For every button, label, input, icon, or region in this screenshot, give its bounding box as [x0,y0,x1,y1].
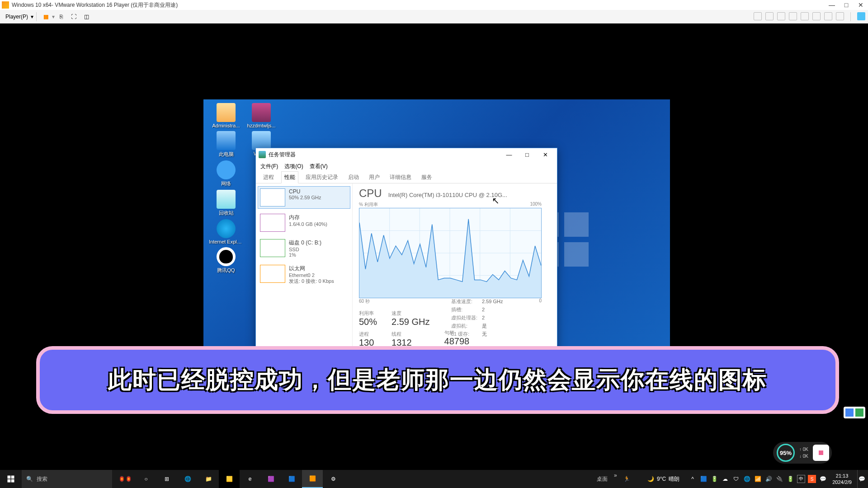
tray-volume-icon[interactable]: 🔊 [764,475,773,483]
show-desktop-link[interactable]: 桌面 [597,475,608,483]
tab-启动[interactable]: 启动 [345,172,362,183]
record-icon [819,450,823,455]
taskbar-edge-icon[interactable]: 🌐 [177,470,198,488]
taskmgr-title: 任务管理器 [269,151,296,159]
chevron-up-icon[interactable]: » [614,472,617,479]
winfile-icon [252,131,271,150]
svg-rect-10 [8,479,11,483]
desktop-icon[interactable]: 腾讯QQ [209,247,243,274]
stat-key: 插槽: [451,305,478,314]
task-manager-window[interactable]: 任务管理器 — □ ✕ 文件(F)选项(O)查看(V) 进程性能应用历史记录启动… [255,148,557,370]
player-menu[interactable]: Player(P) [3,13,31,21]
guest-desktop[interactable]: Administra...此电脑网络回收站Internet Explorer腾讯… [203,99,670,370]
desktop-icon[interactable]: 此电脑 [209,131,243,158]
tab-进程[interactable]: 进程 [260,172,277,183]
maximize-button[interactable]: □ [839,0,854,10]
device-icon[interactable] [801,12,809,20]
taskbar-app-icon[interactable]: 🟪 [260,470,281,488]
sidebar-item-cpu[interactable]: CPU50% 2.59 GHz [258,186,350,209]
tray-defender-icon[interactable]: 🛡 [732,475,740,483]
start-button[interactable] [0,470,22,488]
tab-性能[interactable]: 性能 [281,171,298,183]
tray-onedrive-icon[interactable]: ☁ [721,475,729,483]
minimize-button[interactable]: — [825,0,839,10]
desktop-icon[interactable]: Administra... [209,103,243,128]
tray-icon[interactable]: 🟦 [699,475,708,483]
tab-详细信息[interactable]: 详细信息 [387,172,414,183]
tray-wifi-icon[interactable]: 📶 [754,475,762,483]
taskmgr-maximize-button[interactable]: □ [518,148,536,161]
vmware-title: Windows 10 x64- VMware Workstation 16 Pl… [12,1,178,9]
stat-key: L1 缓存: [451,330,478,338]
tray-network-icon[interactable]: 🌐 [743,475,751,483]
cpu-right-stats: 基准速度:2.59 GHz插槽:2虚拟处理器:2虚拟机:是L1 缓存:无 [451,297,503,338]
taskmgr-minimize-button[interactable]: — [500,148,518,161]
menu-item[interactable]: 查看(V) [310,163,328,170]
device-icon[interactable] [824,12,832,20]
pause-button[interactable]: ▮▮ [41,12,51,22]
device-icon[interactable] [812,12,821,20]
device-icon[interactable] [754,12,762,20]
taskmgr-titlebar[interactable]: 任务管理器 — □ ✕ [256,148,557,161]
search-box[interactable]: 🔍 搜索 [22,470,112,488]
taskbar-app-icon[interactable]: 🟨 [219,470,240,488]
taskbar-app-icon[interactable]: ⚙ [323,470,344,488]
unity-button[interactable]: ◫ [81,12,91,22]
float-btn-2[interactable] [855,408,863,417]
sidebar-item-sub: 1.6/4.0 GB (40%) [289,221,327,227]
fullscreen-button[interactable]: ⛶ [69,12,79,22]
float-btn-1[interactable] [845,408,854,417]
sidebar-item-disk[interactable]: 磁盘 0 (C: B:)SSD1% [258,237,350,260]
taskbar-app-icon[interactable]: 🟦 [281,470,302,488]
device-icon[interactable] [836,12,844,20]
record-button[interactable] [813,445,829,461]
floating-toolbar[interactable] [844,407,865,418]
tray-battery-icon[interactable]: 🔋 [786,475,794,483]
recording-widget[interactable]: 95% ↑ 0K ↓ 0K [773,442,832,464]
help-icon[interactable] [857,12,865,20]
accessibility-icon[interactable]: 🏃 [623,476,630,482]
tray-plug-icon[interactable]: 🔌 [775,475,783,483]
tray-icon[interactable]: 🔋 [710,475,718,483]
menu-item[interactable]: 文件(F) [260,163,278,170]
taskbar-taskview-icon[interactable]: ⊞ [156,470,177,488]
chart-xlabel-left: 60 秒 [359,298,370,305]
desktop-icon[interactable]: 回收站 [209,190,243,216]
desktop-icon[interactable]: 网络 [209,160,243,187]
sidebar-item-mem[interactable]: 内存1.6/4.0 GB (40%) [258,211,350,234]
device-icon[interactable] [777,12,785,20]
tray-icon[interactable]: 💬 [819,475,827,483]
sidebar-item-net[interactable]: 以太网Ethernet0 2发送: 0 接收: 0 Kbps [258,263,350,287]
taskbar-explorer-icon[interactable]: 📁 [198,470,219,488]
desktop-icon[interactable]: hzzdmtwljs... [244,103,278,128]
pause-icon: ▮▮ [43,14,48,20]
device-icon[interactable] [765,12,774,20]
dropdown-icon[interactable]: ▾ [31,14,33,20]
device-icon[interactable] [789,12,797,20]
tray-sogou-icon[interactable]: S [808,475,816,483]
taskbar-clock[interactable]: 21:13 2024/2/9 [830,473,854,485]
tray-ime-icon[interactable]: 中 [797,475,805,483]
mem-mini-chart [260,214,285,232]
notifications-button[interactable]: 💬 [857,470,866,488]
tray-chevron-icon[interactable]: ^ [689,475,697,483]
send-ctrlaltdel-button[interactable]: ⎘ [56,12,66,22]
taskmgr-close-button[interactable]: ✕ [536,148,554,161]
tab-服务[interactable]: 服务 [419,172,435,183]
tab-应用历史记录[interactable]: 应用历史记录 [303,172,341,183]
dropdown-icon[interactable]: ▾ [52,14,55,20]
stat-val: 2.59 GHz [482,297,503,305]
taskbar-ie-icon[interactable]: e [240,470,260,488]
menu-item[interactable]: 选项(O) [284,163,303,170]
taskbar-vmware-icon[interactable]: 🟧 [302,470,323,488]
tab-用户[interactable]: 用户 [366,172,382,183]
taskbar-cortana-icon[interactable]: ○ [136,470,156,488]
cpu-model: Intel(R) Core(TM) i3-10110U CPU @ 2.10G.… [388,192,507,198]
taskbar-lantern-icon[interactable]: 🏮🏮 [115,470,136,488]
weather-widget[interactable]: 🌙 9°C 晴朗 [647,475,679,483]
taskmgr-main: CPU Intel(R) Core(TM) i3-10110U CPU @ 2.… [353,183,557,370]
windows-icon [7,475,15,483]
desktop-icon[interactable]: Internet Explorer [209,219,243,244]
device-icons [754,12,865,21]
close-button[interactable]: ✕ [854,0,868,10]
